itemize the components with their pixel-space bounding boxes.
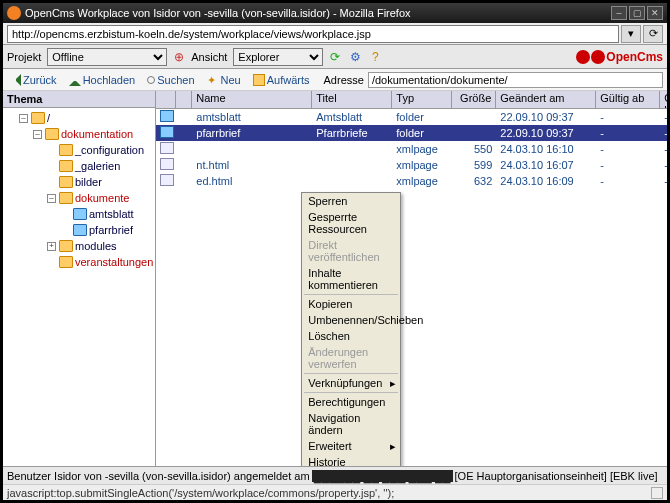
- reload-button[interactable]: ⟳: [643, 25, 663, 43]
- new-button[interactable]: ✦Neu: [201, 74, 247, 86]
- firefox-icon: [7, 6, 21, 20]
- col-to: Gültig bis: [660, 91, 667, 108]
- security-icon: [651, 487, 663, 499]
- col-name: Name: [192, 91, 312, 108]
- settings-icon[interactable]: ⚙: [347, 49, 363, 65]
- sidebar: Thema –/ –dokumentation _configuration _…: [3, 91, 156, 466]
- search-icon: [147, 76, 155, 84]
- gear-icon: [591, 50, 605, 64]
- project-select[interactable]: Offline: [47, 48, 167, 66]
- file-icon: [160, 158, 174, 170]
- address-label: Adresse: [324, 74, 364, 86]
- help-icon[interactable]: ?: [367, 49, 383, 65]
- file-list: Name Titel Typ Größe Geändert am Gültig …: [156, 91, 667, 466]
- browser-status: javascript:top.submitSingleAction('/syst…: [3, 484, 667, 500]
- folder-tree[interactable]: –/ –dokumentation _configuration _galeri…: [3, 108, 155, 466]
- back-button[interactable]: Zurück: [3, 74, 63, 86]
- close-button[interactable]: ✕: [647, 6, 663, 20]
- column-headers[interactable]: Name Titel Typ Größe Geändert am Gültig …: [156, 91, 667, 109]
- col-from: Gültig ab: [596, 91, 660, 108]
- new-icon: ✦: [207, 74, 219, 86]
- tree-item[interactable]: +modules: [47, 238, 153, 254]
- col-type: Typ: [392, 91, 452, 108]
- upload-button[interactable]: Hochladen: [63, 74, 142, 86]
- status-bar: Benutzer Isidor von -sevilla (von-sevill…: [3, 466, 667, 484]
- table-row[interactable]: xmlpage55024.03.10 16:10--: [156, 141, 667, 157]
- titlebar: OpenCms Workplace von Isidor von -sevill…: [3, 3, 667, 23]
- menu-item[interactable]: Sperren: [302, 193, 400, 209]
- view-label: Ansicht: [191, 51, 227, 63]
- action-bar: Zurück Hochladen Suchen ✦Neu Aufwärts Ad…: [3, 69, 667, 91]
- table-row[interactable]: amtsblattAmtsblattfolder22.09.10 09:37--: [156, 109, 667, 125]
- menu-item[interactable]: Historie: [302, 454, 400, 466]
- up-icon: [253, 74, 265, 86]
- menu-item[interactable]: Gesperrte Ressourcen: [302, 209, 400, 237]
- menu-item[interactable]: Verknüpfungen: [302, 375, 400, 391]
- tree-item[interactable]: amtsblatt: [61, 206, 153, 222]
- url-input[interactable]: [7, 25, 619, 43]
- context-menu[interactable]: SperrenGesperrte RessourcenDirekt veröff…: [301, 192, 401, 466]
- col-title: Titel: [312, 91, 392, 108]
- menu-item[interactable]: Inhalte kommentieren: [302, 265, 400, 293]
- dropdown-button[interactable]: ▾: [621, 25, 641, 43]
- address-input[interactable]: [368, 72, 663, 88]
- minimize-button[interactable]: –: [611, 6, 627, 20]
- menu-item: Direkt veröffentlichen: [302, 237, 400, 265]
- tree-item[interactable]: –dokumentation: [33, 126, 153, 142]
- menu-item: Änderungen verwerfen: [302, 344, 400, 372]
- url-bar: ▾ ⟳: [3, 23, 667, 45]
- file-icon: [160, 110, 174, 122]
- col-date: Geändert am: [496, 91, 596, 108]
- tree-item[interactable]: –dokumente: [47, 190, 153, 206]
- menu-item[interactable]: Umbenennen/Schieben: [302, 312, 400, 328]
- publish-icon[interactable]: ⊕: [171, 49, 187, 65]
- sidebar-header: Thema: [3, 91, 155, 108]
- gear-icon: [576, 50, 590, 64]
- table-row[interactable]: ed.htmlxmlpage63224.03.10 16:09--: [156, 173, 667, 189]
- menu-item[interactable]: Erweitert: [302, 438, 400, 454]
- tree-item[interactable]: bilder: [47, 174, 153, 190]
- menu-item[interactable]: Löschen: [302, 328, 400, 344]
- search-button[interactable]: Suchen: [141, 74, 200, 86]
- tree-item[interactable]: _galerien: [47, 158, 153, 174]
- project-toolbar: Projekt Offline ⊕ Ansicht Explorer ⟳ ⚙ ?…: [3, 45, 667, 69]
- maximize-button[interactable]: ▢: [629, 6, 645, 20]
- col-size: Größe: [452, 91, 496, 108]
- up-button[interactable]: Aufwärts: [247, 74, 316, 86]
- table-row[interactable]: nt.htmlxmlpage59924.03.10 16:07--: [156, 157, 667, 173]
- project-label: Projekt: [7, 51, 41, 63]
- tree-item[interactable]: pfarrbrief: [61, 222, 153, 238]
- tree-root[interactable]: –/: [19, 110, 153, 126]
- back-icon: [9, 74, 21, 86]
- reload-icon[interactable]: ⟳: [327, 49, 343, 65]
- file-icon: [160, 126, 174, 138]
- file-icon: [160, 142, 174, 154]
- menu-item[interactable]: Kopieren: [302, 296, 400, 312]
- menu-item[interactable]: Navigation ändern: [302, 410, 400, 438]
- menu-item[interactable]: Berechtigungen: [302, 394, 400, 410]
- file-icon: [160, 174, 174, 186]
- view-select[interactable]: Explorer: [233, 48, 323, 66]
- opencms-logo: OpenCms: [576, 50, 663, 64]
- window-title: OpenCms Workplace von Isidor von -sevill…: [25, 7, 411, 19]
- upload-icon: [69, 74, 81, 86]
- table-row[interactable]: pfarrbriefPfarrbriefefolder22.09.10 09:3…: [156, 125, 667, 141]
- tree-item[interactable]: _configuration: [47, 142, 153, 158]
- tree-item[interactable]: veranstaltungen: [47, 254, 153, 270]
